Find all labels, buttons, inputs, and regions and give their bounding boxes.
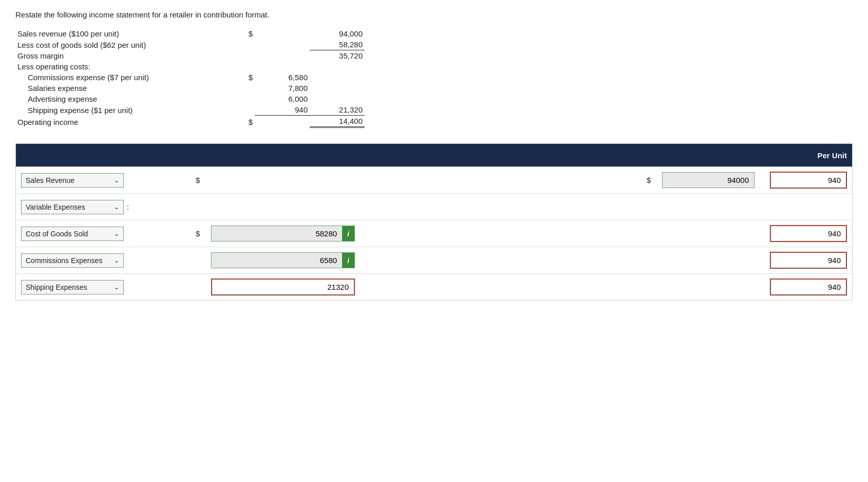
interactive-section: Per Unit Sales Revenue ⌄ $ $ Variable Ex… (15, 143, 853, 301)
cogs-amount-input[interactable] (212, 226, 342, 241)
variable-expenses-label: Variable Expenses (26, 203, 85, 211)
commissions-input-container: i (211, 252, 355, 268)
is-label-gm: Gross margin (15, 50, 231, 62)
cogs-label: Cost of Goods Sold (26, 230, 88, 238)
cogs-dollar-sign: $ (196, 229, 200, 238)
is-label-shipping: Shipping expense ($1 per unit) (15, 104, 231, 116)
cogs-info-button[interactable]: i (342, 226, 354, 241)
is-dollar-opincome: $ (231, 116, 255, 127)
is-label-cogs: Less cost of goods sold ($62 per unit) (15, 39, 231, 50)
is-label-advertising: Advertising expense (15, 94, 231, 104)
chevron-down-icon4: ⌄ (114, 257, 119, 264)
commissions-amount-input[interactable] (212, 253, 342, 268)
is-label-opex-header: Less operating costs: (15, 61, 231, 72)
is-dollar-commissions: $ (231, 72, 255, 83)
shipping-dropdown[interactable]: Shipping Expenses ⌄ (21, 280, 124, 294)
is-outer-sales: 94,000 (310, 28, 365, 39)
is-row-sales: Sales revenue ($100 per unit) $ 94,000 (15, 28, 365, 39)
chevron-down-icon: ⌄ (114, 177, 119, 184)
row-sales-revenue: Sales Revenue ⌄ $ $ (16, 166, 852, 193)
is-outer-opincome: 14,400 (310, 116, 365, 127)
is-inner-sales (255, 28, 310, 39)
sales-dollar-sign2: $ (647, 176, 651, 184)
row-shipping-expenses: Shipping Expenses ⌄ (16, 273, 852, 300)
is-dollar-cogs (231, 39, 255, 50)
is-outer-shipping: 21,320 (310, 104, 365, 116)
is-outer-gm: 35,720 (310, 50, 365, 62)
is-row-opex-header: Less operating costs: (15, 61, 365, 72)
is-dollar-gm (231, 50, 255, 62)
chevron-down-icon2: ⌄ (114, 203, 119, 211)
sales-amount-input[interactable] (662, 172, 754, 188)
is-row-advertising: Advertising expense 6,000 (15, 94, 365, 104)
is-row-shipping: Shipping expense ($1 per unit) 940 21,32… (15, 104, 365, 116)
row-variable-expenses: Variable Expenses ⌄ : (16, 193, 852, 220)
shipping-per-unit-input[interactable] (770, 279, 847, 295)
is-row-salaries: Salaries expense 7,800 (15, 83, 365, 94)
is-label-commissions: Commissions expense ($7 per unit) (15, 72, 231, 83)
sales-revenue-dropdown[interactable]: Sales Revenue ⌄ (21, 173, 124, 188)
sales-revenue-label: Sales Revenue (26, 176, 74, 184)
variable-expenses-colon: : (127, 202, 129, 211)
commissions-info-button[interactable]: i (342, 253, 354, 268)
per-unit-header: Per Unit (765, 151, 847, 160)
row-commissions-expenses: Commissions Expenses ⌄ i (16, 247, 852, 273)
commissions-dropdown[interactable]: Commissions Expenses ⌄ (21, 253, 124, 268)
cogs-per-unit-input[interactable] (770, 225, 847, 242)
is-label-salaries: Salaries expense (15, 83, 231, 94)
cogs-input-container: i (211, 226, 355, 242)
income-statement-section: Restate the following income statement f… (15, 10, 365, 128)
is-inner-advertising: 6,000 (255, 94, 310, 104)
is-label-sales: Sales revenue ($100 per unit) (15, 28, 231, 39)
is-inner-gm (255, 50, 310, 62)
is-inner-salaries: 7,800 (255, 83, 310, 94)
is-inner-cogs (255, 39, 310, 50)
shipping-amount-input[interactable] (211, 279, 355, 295)
is-inner-commissions: 6,580 (255, 72, 310, 83)
is-inner-shipping: 940 (255, 104, 310, 116)
is-outer-cogs: 58,280 (310, 39, 365, 50)
shipping-label: Shipping Expenses (26, 283, 87, 291)
is-label-opincome: Operating income (15, 116, 231, 127)
chevron-down-icon3: ⌄ (114, 230, 119, 237)
chevron-down-icon5: ⌄ (114, 284, 119, 291)
is-row-gm: Gross margin 35,720 (15, 50, 365, 62)
commissions-label: Commissions Expenses (26, 256, 102, 265)
variable-expenses-dropdown[interactable]: Variable Expenses ⌄ (21, 200, 124, 214)
is-row-cogs: Less cost of goods sold ($62 per unit) 5… (15, 39, 365, 50)
is-outer-commissions (310, 72, 365, 83)
intro-text: Restate the following income statement f… (15, 10, 365, 19)
cogs-dropdown[interactable]: Cost of Goods Sold ⌄ (21, 227, 124, 241)
is-dollar-sales: $ (231, 28, 255, 39)
income-statement-table: Sales revenue ($100 per unit) $ 94,000 L… (15, 28, 365, 128)
is-row-commissions: Commissions expense ($7 per unit) $ 6,58… (15, 72, 365, 83)
sales-dollar-sign: $ (196, 176, 200, 184)
sales-per-unit-input[interactable] (770, 172, 847, 189)
is-row-opincome: Operating income $ 14,400 (15, 116, 365, 127)
row-cost-of-goods-sold: Cost of Goods Sold ⌄ $ i (16, 220, 852, 247)
table-header: Per Unit (16, 144, 852, 166)
commissions-per-unit-input[interactable] (770, 252, 847, 269)
